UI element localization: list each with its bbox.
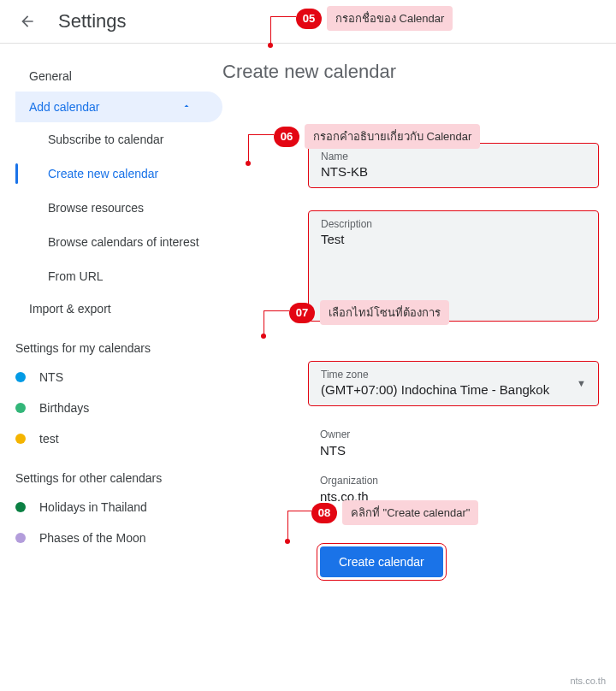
nav-browse-resources[interactable]: Browse resources	[34, 191, 222, 225]
annotation-connector	[270, 16, 296, 17]
annotation-08: 08 คลิกที่ "Create calendar"	[311, 500, 478, 525]
name-field[interactable]: Name NTS-KB	[308, 143, 599, 188]
calendar-color-dot	[15, 403, 26, 413]
create-calendar-button[interactable]: Create calendar	[320, 546, 443, 577]
owner-label: Owner	[320, 428, 599, 440]
my-calendar-item[interactable]: Birthdays	[15, 393, 222, 423]
owner-group: Owner NTS	[320, 428, 599, 458]
nav-create-new[interactable]: Create new calendar	[34, 157, 222, 191]
calendar-color-dot	[15, 502, 26, 512]
nav-import-export[interactable]: Import & export	[15, 293, 222, 324]
nav-browse-interest[interactable]: Browse calendars of interest	[34, 225, 222, 259]
annotation-connector	[248, 134, 274, 135]
content-area: Create new calendar 05 กรอกชื่อของ Calen…	[222, 44, 616, 594]
calendar-name: Holidays in Thailand	[39, 500, 147, 514]
annotation-connector	[264, 310, 264, 336]
nav-add-calendar[interactable]: Add calendar	[15, 92, 222, 122]
nav-from-url[interactable]: From URL	[34, 259, 222, 293]
annotation-badge: 07	[289, 303, 315, 323]
calendar-name: test	[39, 432, 59, 446]
annotation-badge: 06	[274, 127, 299, 147]
name-value: NTS-KB	[321, 164, 586, 179]
annotation-connector	[264, 310, 289, 311]
timezone-field[interactable]: Time zone (GMT+07:00) Indochina Time - B…	[308, 361, 599, 406]
content-title: Create new calendar	[222, 61, 599, 83]
owner-value: NTS	[320, 443, 599, 458]
calendar-name: Phases of the Moon	[39, 531, 146, 545]
annotation-connector	[248, 134, 249, 163]
annotation-connector	[270, 16, 271, 45]
annotation-connector	[287, 511, 288, 541]
organization-label: Organization	[320, 475, 599, 487]
page-header-title: Settings	[58, 10, 127, 32]
annotation-05: 05 กรอกชื่อของ Calendar	[296, 6, 453, 31]
calendar-name: NTS	[39, 370, 63, 384]
timezone-label: Time zone	[321, 369, 549, 381]
nav-general[interactable]: General	[15, 61, 222, 92]
other-calendar-item[interactable]: Holidays in Thailand	[15, 492, 222, 523]
calendar-color-dot	[15, 434, 26, 444]
organization-group: Organization nts.co.th	[320, 475, 599, 504]
annotation-label: กรอกชื่อของ Calendar	[327, 6, 453, 31]
timezone-value: (GMT+07:00) Indochina Time - Bangkok	[321, 382, 549, 397]
annotation-badge: 08	[311, 503, 337, 523]
my-calendar-item[interactable]: test	[15, 423, 222, 454]
settings-sidebar: General Add calendar Subscribe to calend…	[0, 44, 222, 594]
back-arrow-icon[interactable]	[17, 11, 38, 32]
calendar-name: Birthdays	[39, 401, 89, 415]
nav-subscribe[interactable]: Subscribe to calendar	[34, 122, 222, 157]
my-calendars-title: Settings for my calendars	[15, 324, 222, 362]
annotation-07: 07 เลือกไทม์โซนที่ต้องการ	[289, 300, 449, 325]
other-calendars-title: Settings for other calendars	[15, 454, 222, 492]
other-calendar-item[interactable]: Phases of the Moon	[15, 523, 222, 553]
annotation-06: 06 กรอกคำอธิบายเกี่ยวกับ Calendar	[274, 124, 480, 149]
nav-add-calendar-label: Add calendar	[29, 100, 100, 114]
description-label: Description	[321, 218, 586, 230]
annotation-label: กรอกคำอธิบายเกี่ยวกับ Calendar	[305, 124, 480, 149]
calendar-color-dot	[15, 372, 26, 382]
footer-watermark: nts.co.th	[570, 676, 606, 686]
calendar-color-dot	[15, 533, 26, 543]
chevron-up-icon	[181, 100, 192, 114]
annotation-label: คลิกที่ "Create calendar"	[342, 500, 478, 525]
dropdown-icon: ▼	[577, 378, 586, 388]
annotation-label: เลือกไทม์โซนที่ต้องการ	[320, 300, 449, 325]
annotation-badge: 05	[296, 9, 322, 29]
my-calendar-item[interactable]: NTS	[15, 362, 222, 393]
description-value: Test	[321, 232, 586, 246]
name-label: Name	[321, 151, 586, 162]
annotation-connector	[287, 511, 311, 511]
